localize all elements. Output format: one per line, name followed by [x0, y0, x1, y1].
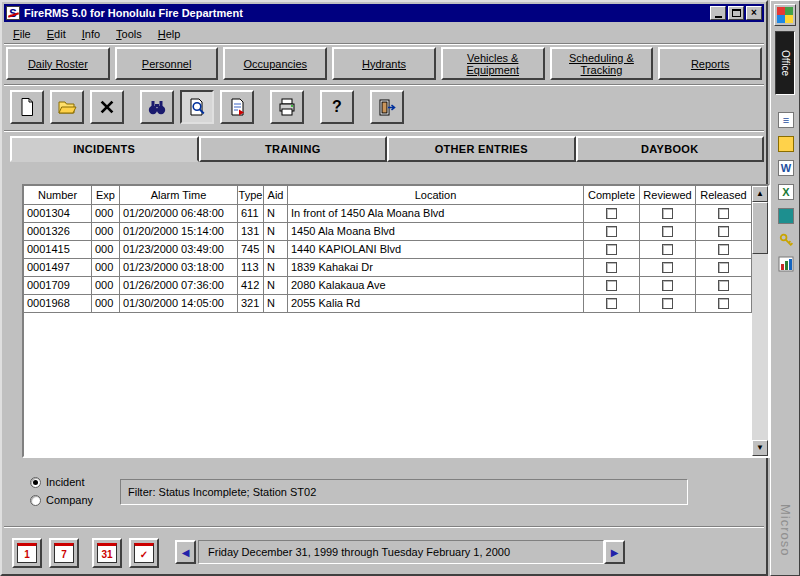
new-note-button[interactable]: ≡	[775, 109, 797, 131]
close-button[interactable]: ×	[746, 6, 762, 20]
tab-daybook[interactable]: DAYBOOK	[576, 136, 765, 162]
preview-button[interactable]	[180, 90, 214, 124]
company-radio[interactable]	[30, 495, 41, 506]
released-checkbox[interactable]	[718, 280, 729, 291]
number-cell: 0001497	[24, 259, 92, 277]
excel-button[interactable]: X	[775, 181, 797, 203]
table-row[interactable]: 0001304 000 01/20/2000 06:48:00 611 N In…	[24, 205, 752, 223]
location-cell: 2055 Kalia Rd	[288, 295, 584, 313]
chart-button[interactable]	[775, 253, 797, 275]
complete-cell	[584, 259, 640, 277]
day-view-button[interactable]: 1	[12, 538, 42, 568]
table-row[interactable]: 0001415 000 01/23/2000 03:49:00 745 N 14…	[24, 241, 752, 259]
help-button[interactable]: ?	[320, 90, 354, 124]
table-row[interactable]: 0001326 000 01/20/2000 15:14:00 131 N 14…	[24, 223, 752, 241]
reviewed-checkbox[interactable]	[662, 262, 673, 273]
column-header-reviewed: Reviewed	[640, 186, 696, 205]
table-row[interactable]: 0001968 000 01/30/2000 14:05:00 321 N 20…	[24, 295, 752, 313]
report-button[interactable]	[220, 90, 254, 124]
tab-training[interactable]: TRAINING	[199, 136, 388, 162]
complete-checkbox[interactable]	[606, 262, 617, 273]
tab-incidents[interactable]: INCIDENTS	[10, 136, 199, 162]
scroll-up-button[interactable]: ▲	[752, 186, 768, 202]
occupancies-button[interactable]: Occupancies	[223, 47, 327, 80]
vehicles-equipment-button[interactable]: Vehicles & Equipment	[441, 47, 545, 80]
released-checkbox[interactable]	[718, 262, 729, 273]
open-button[interactable]	[50, 90, 84, 124]
vertical-scrollbar[interactable]: ▲ ▼	[752, 186, 768, 456]
down-arrow-icon: ▼	[756, 444, 764, 452]
minimize-button[interactable]	[710, 6, 726, 20]
previous-period-button[interactable]: ◀	[175, 540, 196, 564]
month-view-button[interactable]: 31	[92, 538, 122, 568]
word-icon: W	[778, 160, 794, 176]
column-header-released: Released	[696, 186, 752, 205]
released-checkbox[interactable]	[718, 244, 729, 255]
company-radio-row[interactable]: Company	[30, 494, 93, 506]
complete-checkbox[interactable]	[606, 226, 617, 237]
new-document-icon	[17, 97, 37, 117]
menu-info[interactable]: Info	[74, 26, 108, 42]
reviewed-checkbox[interactable]	[662, 226, 673, 237]
reviewed-checkbox[interactable]	[662, 280, 673, 291]
table-row[interactable]: 0001709 000 01/26/2000 07:36:00 412 N 20…	[24, 277, 752, 295]
tab-bar: INCIDENTS TRAINING OTHER ENTRIES DAYBOOK	[10, 136, 764, 162]
print-button[interactable]	[270, 90, 304, 124]
calendar-31-icon: 31	[97, 543, 117, 563]
complete-checkbox[interactable]	[606, 244, 617, 255]
new-button[interactable]	[10, 90, 44, 124]
menu-help[interactable]: Help	[150, 26, 189, 42]
table-row[interactable]: 0001497 000 01/23/2000 03:18:00 113 N 18…	[24, 259, 752, 277]
aid-cell: N	[264, 295, 288, 313]
menu-file[interactable]: File	[5, 26, 39, 42]
desktop: { "window": { "title": "FireRMS 5.0 for …	[0, 0, 800, 576]
tab-other-entries[interactable]: OTHER ENTRIES	[387, 136, 576, 162]
next-period-button[interactable]: ▶	[604, 540, 625, 564]
chart-icon	[778, 256, 794, 272]
reviewed-cell	[640, 223, 696, 241]
incident-radio-row[interactable]: Incident	[30, 476, 85, 488]
app-icon[interactable]: S	[6, 6, 20, 20]
scroll-down-button[interactable]: ▼	[752, 440, 768, 456]
complete-checkbox[interactable]	[606, 208, 617, 219]
find-button[interactable]	[140, 90, 174, 124]
hydrants-button[interactable]: Hydrants	[332, 47, 436, 80]
released-checkbox[interactable]	[718, 226, 729, 237]
menu-tools[interactable]: Tools	[108, 26, 150, 42]
incident-radio[interactable]	[30, 477, 41, 488]
week-view-button[interactable]: 7	[49, 538, 79, 568]
report-page-icon	[227, 97, 247, 117]
released-checkbox[interactable]	[718, 298, 729, 309]
reports-button[interactable]: Reports	[658, 47, 762, 80]
goto-date-button[interactable]: ✓	[129, 538, 159, 568]
word-button[interactable]: W	[775, 157, 797, 179]
title-bar: S FireRMS 5.0 for Honolulu Fire Departme…	[4, 4, 764, 22]
released-checkbox[interactable]	[718, 208, 729, 219]
reviewed-checkbox[interactable]	[662, 298, 673, 309]
open-document-button[interactable]	[775, 133, 797, 155]
personnel-button[interactable]: Personnel	[115, 47, 219, 80]
exp-cell: 000	[92, 241, 120, 259]
number-cell: 0001326	[24, 223, 92, 241]
complete-checkbox[interactable]	[606, 298, 617, 309]
location-cell: 1450 Ala Moana Blvd	[288, 223, 584, 241]
scheduling-tracking-button[interactable]: Scheduling & Tracking	[550, 47, 654, 80]
menu-edit[interactable]: Edit	[39, 26, 74, 42]
exp-cell: 000	[92, 295, 120, 313]
outlook-button[interactable]	[775, 205, 797, 227]
location-cell: 1839 Kahakai Dr	[288, 259, 584, 277]
office-logo-button[interactable]	[774, 4, 796, 26]
scroll-thumb[interactable]	[752, 202, 768, 254]
type-cell: 412	[238, 277, 264, 295]
daily-roster-button[interactable]: Daily Roster	[6, 47, 110, 80]
complete-checkbox[interactable]	[606, 280, 617, 291]
reviewed-checkbox[interactable]	[662, 244, 673, 255]
maximize-button[interactable]	[728, 6, 744, 20]
access-button[interactable]	[775, 229, 797, 251]
exp-cell: 000	[92, 205, 120, 223]
left-arrow-icon: ◀	[182, 547, 190, 558]
delete-button[interactable]	[90, 90, 124, 124]
exit-button[interactable]	[370, 90, 404, 124]
reviewed-checkbox[interactable]	[662, 208, 673, 219]
folder-icon	[778, 136, 794, 152]
